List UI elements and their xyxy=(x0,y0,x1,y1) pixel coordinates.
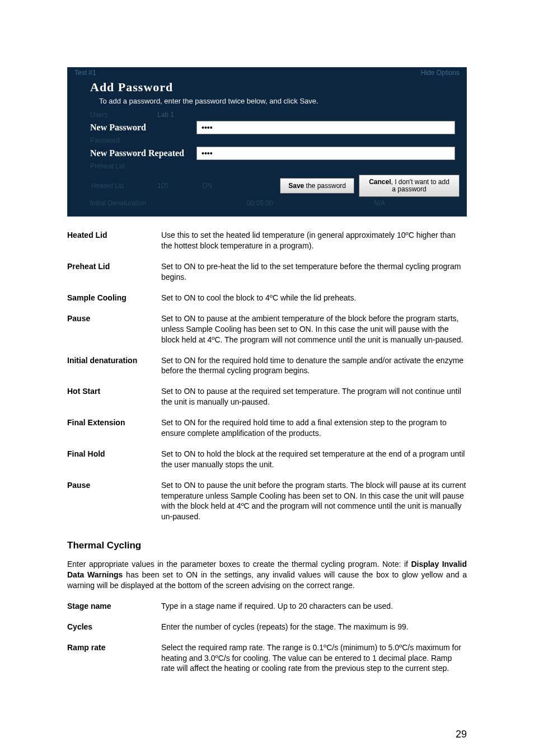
ghost-heated: Heated Lid xyxy=(91,182,124,190)
dialog-button-row: Heated Lid 105 ON Save the password Canc… xyxy=(68,170,466,199)
ghost-users-row: Users Lab 1 xyxy=(68,111,466,119)
def-heated-lid: Heated Lid Use this to set the heated li… xyxy=(67,230,467,251)
definitions-list-2: Stage name Type in a stage name if requi… xyxy=(67,601,467,674)
def-stage-name: Stage name Type in a stage name if requi… xyxy=(67,601,467,612)
def-pause: Pause Set to ON to pause at the ambient … xyxy=(67,313,467,345)
ghost-heated-row: Heated Lid 105 ON xyxy=(74,182,212,190)
def-preheat-lid: Preheat Lid Set to ON to pre-heat the li… xyxy=(67,261,467,283)
def-cycles: Cycles Enter the number of cycles (repea… xyxy=(67,622,467,632)
ghost-hide-options: Hide Options xyxy=(421,69,460,77)
def-ramp-rate: Ramp rate Select the required ramp rate.… xyxy=(67,642,467,674)
new-password-repeated-label: New Password Repeated xyxy=(90,148,196,158)
new-password-row: New Password xyxy=(68,119,466,137)
ghost-row-top: Test #1 Hide Options xyxy=(68,68,466,78)
ghost-lab: Lab 1 xyxy=(157,111,174,119)
new-password-repeated-input[interactable] xyxy=(196,147,455,160)
def-sample-cooling: Sample Cooling Set to ON to cool the blo… xyxy=(67,293,467,303)
dialog-title: Add Password xyxy=(68,78,466,97)
ghost-initial-row: Initial Denaturation 00:05:00 N/A xyxy=(68,199,466,210)
ghost-105: 105 xyxy=(157,182,168,190)
ghost-time: 00:05:00 xyxy=(247,199,273,207)
ghost-preheat: Preheat Lid xyxy=(68,162,466,170)
save-button[interactable]: Save the password xyxy=(280,178,354,194)
ghost-password: Password xyxy=(68,137,466,144)
new-password-repeated-row: New Password Repeated xyxy=(68,144,466,162)
def-hot-start: Hot Start Set to ON to pause at the requ… xyxy=(67,386,467,407)
def-final-extension: Final Extension Set to ON for the requir… xyxy=(67,417,467,439)
section-intro: Enter appropriate values in the paramete… xyxy=(67,559,467,591)
ghost-na: N/A xyxy=(374,199,385,207)
section-title: Thermal Cycling xyxy=(67,540,467,551)
def-initial-denaturation: Initial denaturation Set to ON for the r… xyxy=(67,355,467,377)
def-pause-2: Pause Set to ON to pause the unit before… xyxy=(67,480,467,523)
ghost-initial: Initial Denaturation xyxy=(90,199,146,207)
page-number: 29 xyxy=(0,712,534,756)
add-password-dialog: Test #1 Hide Options Add Password To add… xyxy=(67,67,467,217)
cancel-button[interactable]: Cancel, I don't want to add a password xyxy=(359,175,460,197)
new-password-input[interactable] xyxy=(196,121,455,134)
dialog-subtitle: To add a password, enter the password tw… xyxy=(68,97,466,111)
def-final-hold: Final Hold Set to ON to hold the block a… xyxy=(67,449,467,470)
ghost-on: ON xyxy=(202,182,212,190)
new-password-label: New Password xyxy=(90,123,196,133)
ghost-test: Test #1 xyxy=(74,69,421,77)
ghost-users: Users xyxy=(90,111,157,119)
definitions-list-1: Heated Lid Use this to set the heated li… xyxy=(67,230,467,522)
